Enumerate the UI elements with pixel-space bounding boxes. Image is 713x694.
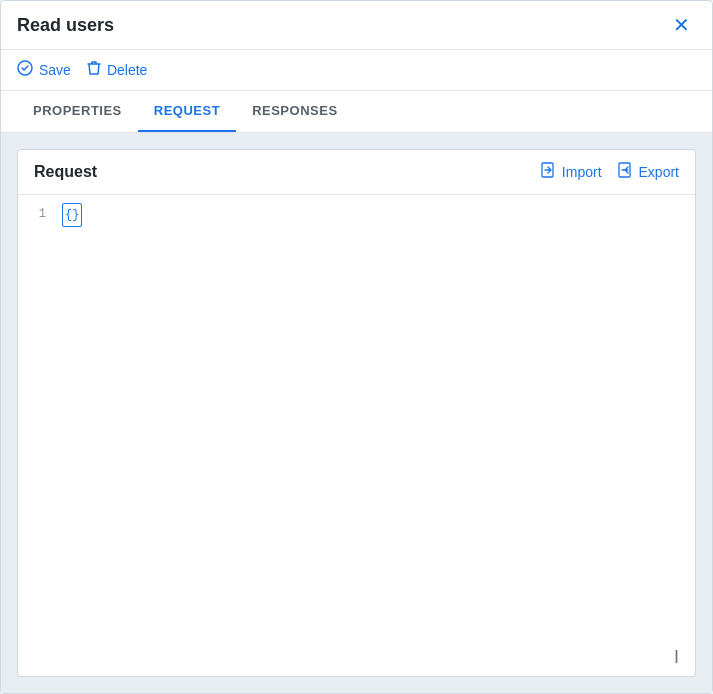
modal: Read users ✕ Save Delete PROPERTIES REQ <box>0 0 713 694</box>
main-content: Request Import <box>1 133 712 693</box>
tab-request[interactable]: REQUEST <box>138 91 236 132</box>
save-button[interactable]: Save <box>17 60 71 80</box>
request-card: Request Import <box>17 149 696 677</box>
modal-title: Read users <box>17 15 114 36</box>
delete-label: Delete <box>107 62 147 78</box>
import-label: Import <box>562 164 602 180</box>
text-cursor-icon: I <box>674 647 679 668</box>
save-icon <box>17 60 33 80</box>
line-content-1: {} <box>58 203 695 227</box>
code-braces: {} <box>62 203 82 227</box>
code-editor[interactable]: 1 {} <box>18 195 695 436</box>
delete-button[interactable]: Delete <box>87 60 147 80</box>
export-button[interactable]: Export <box>618 162 679 182</box>
close-button[interactable]: ✕ <box>667 13 696 37</box>
delete-icon <box>87 60 101 80</box>
tabs: PROPERTIES REQUEST RESPONSES <box>1 91 712 133</box>
request-card-actions: Import Export <box>541 162 679 182</box>
save-label: Save <box>39 62 71 78</box>
cursor-area: I <box>18 436 695 677</box>
line-number-1: 1 <box>18 203 58 225</box>
import-icon <box>541 162 557 182</box>
export-icon <box>618 162 634 182</box>
export-label: Export <box>639 164 679 180</box>
toolbar: Save Delete <box>1 50 712 91</box>
modal-header: Read users ✕ <box>1 1 712 50</box>
import-button[interactable]: Import <box>541 162 602 182</box>
request-card-title: Request <box>34 163 97 181</box>
tab-responses[interactable]: RESPONSES <box>236 91 353 132</box>
request-card-header: Request Import <box>18 150 695 195</box>
tab-properties[interactable]: PROPERTIES <box>17 91 138 132</box>
code-line-1: 1 {} <box>18 203 695 227</box>
